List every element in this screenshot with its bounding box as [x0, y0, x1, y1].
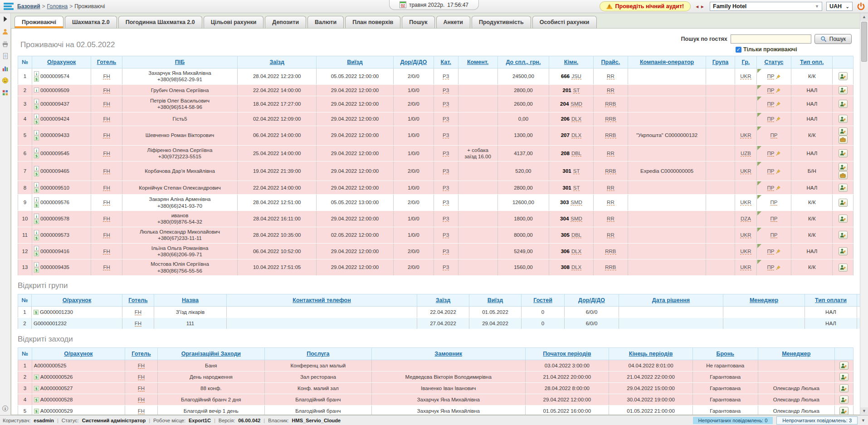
residents-column-header[interactable]: Виїзд — [317, 56, 394, 68]
residents-column-header[interactable]: Група — [706, 56, 735, 68]
currency-select[interactable]: UAH ⌄ — [826, 2, 853, 11]
room-type-link[interactable]: DLX — [571, 249, 581, 254]
resident-row[interactable]: 3i$0000009437FHПетрів Олег Васильович+38… — [18, 96, 853, 112]
category-link[interactable]: РЗ — [443, 151, 449, 156]
resident-row[interactable]: 6i$0000009545FHЛіфіренко Олена Сергіївна… — [18, 145, 853, 161]
money-icon[interactable]: $ — [34, 188, 39, 193]
events-column-header[interactable]: Послуга — [264, 348, 371, 360]
tab-7[interactable]: План поверхів — [345, 16, 400, 28]
info-icon[interactable]: i — [34, 71, 39, 76]
edit-button[interactable] — [839, 100, 848, 108]
price-code-link[interactable]: RR — [607, 88, 614, 93]
document-icon[interactable] — [1, 52, 10, 60]
residents-column-header[interactable]: Готель — [91, 56, 122, 68]
resident-row[interactable]: 7i$0000009465FHКорбачова Дар'я Михайлівн… — [18, 161, 853, 181]
price-code-link[interactable]: RRB — [605, 116, 616, 122]
category-link[interactable]: РЗ — [443, 168, 449, 174]
tab-8[interactable]: Пошук — [402, 16, 434, 28]
edit-button[interactable] — [839, 184, 848, 192]
group-row[interactable]: 1$G0000001230FHЗ'їзд лікарів22.04.202201… — [18, 307, 860, 318]
price-code-link[interactable]: RRB — [605, 264, 616, 270]
resident-row[interactable]: 2i0000009509FHГрубич Олена Сергіївна22.0… — [18, 84, 853, 96]
resident-row[interactable]: 12i$0000009416FHІльїна Ольга Романівна+3… — [18, 243, 853, 259]
pin-icon[interactable] — [774, 116, 780, 122]
tab-5[interactable]: Депозити — [265, 16, 306, 28]
status-link[interactable]: ПР — [767, 168, 775, 174]
hotel-link[interactable]: FH — [138, 374, 145, 380]
category-link[interactable]: РЗ — [443, 249, 449, 254]
edit-button[interactable] — [839, 384, 848, 392]
tools-icon[interactable] — [1, 88, 10, 97]
room-type-link[interactable]: ST — [573, 168, 580, 174]
pin-icon[interactable] — [774, 101, 780, 107]
hotel-link[interactable]: FH — [103, 216, 110, 222]
edit-button[interactable] — [839, 361, 848, 370]
category-link[interactable]: РЗ — [443, 116, 449, 122]
price-code-link[interactable]: RRB — [605, 168, 616, 174]
resident-row[interactable]: 10i$0000009578FHиванов+380(09)876-54-322… — [18, 211, 853, 227]
room-type-link[interactable]: SMD — [571, 101, 582, 107]
groups-column-header[interactable]: Тип оплати — [805, 294, 857, 307]
breadcrumb-item[interactable]: Базовий — [17, 3, 40, 10]
briefcase-button[interactable] — [839, 136, 848, 144]
pin-icon[interactable] — [774, 249, 780, 254]
money-icon[interactable]: $ — [34, 219, 39, 224]
edit-button[interactable] — [839, 86, 848, 94]
groups-column-header[interactable]: О/рахунок — [32, 294, 122, 307]
info-icon[interactable]: i — [34, 230, 39, 235]
hotel-link[interactable]: FH — [138, 397, 145, 403]
category-link[interactable]: РЗ — [443, 185, 449, 191]
residents-column-header[interactable]: Дор/Д/ДО — [393, 56, 434, 68]
printer-icon[interactable] — [1, 39, 10, 48]
info-icon[interactable]: i — [1, 404, 10, 412]
residents-column-header[interactable]: Комент. — [458, 56, 497, 68]
room-type-link[interactable]: JSU — [571, 73, 581, 79]
tab-3[interactable]: Погодинна Шахматка 2.0 — [118, 16, 202, 28]
money-icon[interactable]: $ — [34, 203, 39, 208]
hotel-link[interactable]: FH — [103, 249, 110, 254]
category-link[interactable]: РЗ — [443, 200, 449, 205]
residents-column-header[interactable]: Компанія-оператор — [628, 56, 706, 68]
money-icon[interactable]: $ — [34, 386, 39, 391]
residents-column-header[interactable]: Заїзд — [238, 56, 317, 68]
groups-column-header[interactable]: Назва — [154, 294, 227, 307]
info-icon[interactable]: i — [34, 99, 39, 104]
info-icon[interactable]: i — [34, 262, 39, 267]
hotel-prev-next-arrows-icon[interactable]: ◄► — [695, 4, 706, 9]
status-link[interactable]: ПР — [767, 249, 775, 254]
money-icon[interactable]: $ — [34, 77, 39, 82]
citizenship-link[interactable]: UKR — [740, 200, 751, 205]
citizenship-link[interactable]: UKR — [740, 168, 751, 174]
room-type-link[interactable]: DLX — [571, 264, 581, 270]
info-icon[interactable]: i — [34, 214, 39, 219]
hotel-link[interactable]: FH — [138, 386, 145, 391]
resident-row[interactable]: 4i$0000009424FHГість502.04.2022 12:09:00… — [18, 112, 853, 126]
price-code-link[interactable]: RRB — [605, 132, 616, 138]
status-link[interactable]: ПР — [770, 200, 778, 205]
events-column-header[interactable]: О/рахунок — [32, 348, 125, 360]
tab-9[interactable]: Анкети — [436, 16, 470, 28]
hotel-link[interactable]: FH — [103, 185, 110, 191]
tab-11[interactable]: Особисті рахунки — [532, 16, 597, 28]
events-column-header[interactable]: Менеджер — [758, 348, 834, 360]
edit-button[interactable] — [839, 72, 848, 80]
edit-button[interactable] — [839, 373, 848, 381]
hotel-select[interactable]: Family Hotel ▼ — [710, 2, 822, 11]
scroll-up-icon[interactable]: ▲ — [860, 13, 868, 21]
chat-icon[interactable] — [1, 76, 10, 84]
money-icon[interactable]: $ — [34, 136, 39, 141]
hotel-link[interactable]: FH — [103, 116, 110, 122]
citizenship-link[interactable]: UKR — [740, 132, 751, 138]
residents-column-header[interactable]: Тип опл. — [791, 56, 833, 68]
date-pill[interactable]: 02 травня 2022р. 17:56:47 — [389, 0, 479, 10]
event-row[interactable]: 1А0000000525FHБаняКонференц зал малый03.… — [18, 360, 853, 371]
citizenship-link[interactable]: UKR — [740, 73, 751, 79]
edit-button[interactable] — [839, 215, 848, 223]
resident-row[interactable]: 8i$0000009510FHКорнійчук Степан Олександ… — [18, 181, 853, 195]
only-residents-checkbox[interactable]: ✓ — [736, 47, 741, 53]
residents-column-header[interactable]: ПІБ — [122, 56, 238, 68]
edit-button[interactable] — [839, 163, 848, 171]
room-type-link[interactable]: DLX — [571, 116, 581, 122]
user-icon[interactable] — [1, 27, 10, 35]
hotel-link[interactable]: FH — [135, 309, 141, 315]
